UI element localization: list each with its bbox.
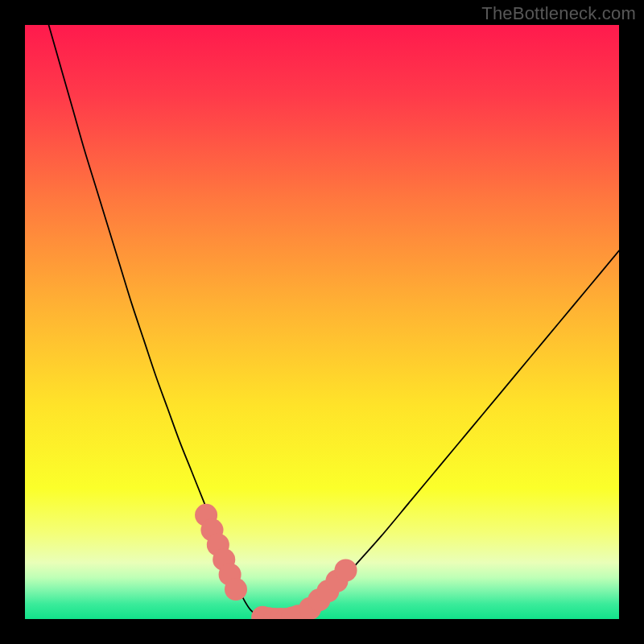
watermark-text: TheBottleneck.com <box>481 3 636 24</box>
plot-area <box>25 25 619 619</box>
bottleneck-curve <box>25 25 619 619</box>
chart-stage: TheBottleneck.com <box>0 0 644 644</box>
curve-marker <box>225 578 247 601</box>
curve-marker <box>334 559 357 581</box>
